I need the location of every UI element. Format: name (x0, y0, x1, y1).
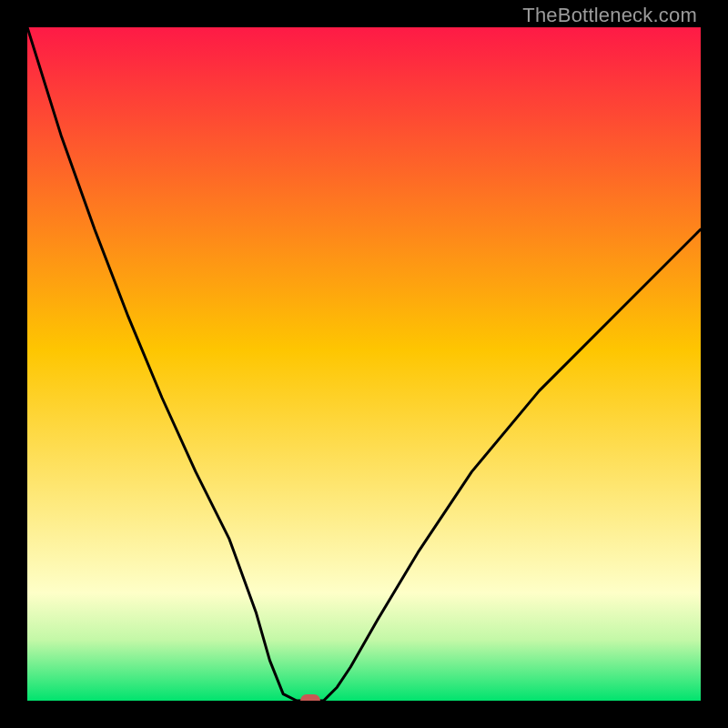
plot-area (27, 27, 701, 701)
minimum-marker (300, 694, 320, 701)
watermark-text: TheBottleneck.com (522, 4, 697, 27)
bottleneck-curve (27, 27, 701, 701)
chart-frame: TheBottleneck.com (0, 0, 728, 728)
